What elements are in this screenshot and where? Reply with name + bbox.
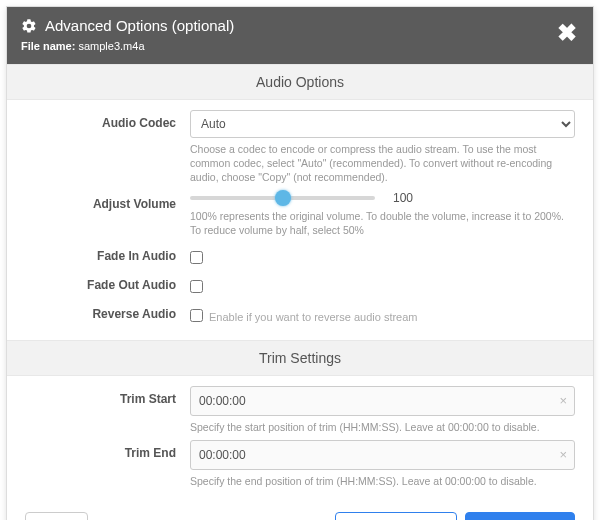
volume-value: 100 <box>393 191 413 205</box>
trim-end-help: Specify the end position of trim (HH:MM:… <box>190 474 575 488</box>
audio-options-title: Audio Options <box>7 64 593 100</box>
audio-codec-label: Audio Codec <box>25 110 190 130</box>
clear-icon[interactable]: × <box>559 447 567 462</box>
volume-slider[interactable] <box>190 196 375 200</box>
adjust-volume-label: Adjust Volume <box>25 191 190 211</box>
modal-title: Advanced Options (optional) <box>45 17 234 34</box>
volume-help: 100% represents the original volume. To … <box>190 209 575 237</box>
fade-out-checkbox[interactable] <box>190 280 203 293</box>
reverse-audio-label: Reverse Audio <box>25 301 190 321</box>
trim-start-input[interactable] <box>190 386 575 416</box>
apply-all-button[interactable]: Apply to All Files <box>335 512 457 520</box>
modal-footer: Reset Apply to All Files Apply Settings <box>7 502 593 520</box>
modal-header: Advanced Options (optional) File name: s… <box>7 7 593 64</box>
close-icon[interactable]: ✖ <box>557 21 577 45</box>
fade-in-label: Fade In Audio <box>25 243 190 263</box>
fade-out-label: Fade Out Audio <box>25 272 190 292</box>
gear-icon <box>21 18 37 34</box>
filename-label: File name: <box>21 40 75 52</box>
reverse-audio-checkbox[interactable] <box>190 309 203 322</box>
audio-codec-select[interactable]: Auto <box>190 110 575 138</box>
trim-settings-title: Trim Settings <box>7 340 593 376</box>
trim-start-help: Specify the start position of trim (HH:M… <box>190 420 575 434</box>
apply-settings-button[interactable]: Apply Settings <box>465 512 575 520</box>
reset-button[interactable]: Reset <box>25 512 88 520</box>
trim-end-label: Trim End <box>25 440 190 460</box>
reverse-audio-help: Enable if you want to reverse audio stre… <box>209 311 418 323</box>
trim-start-label: Trim Start <box>25 386 190 406</box>
fade-in-checkbox[interactable] <box>190 251 203 264</box>
clear-icon[interactable]: × <box>559 393 567 408</box>
advanced-options-modal: Advanced Options (optional) File name: s… <box>6 6 594 520</box>
filename-value: sample3.m4a <box>78 40 144 52</box>
trim-end-input[interactable] <box>190 440 575 470</box>
audio-codec-help: Choose a codec to encode or compress the… <box>190 142 575 185</box>
